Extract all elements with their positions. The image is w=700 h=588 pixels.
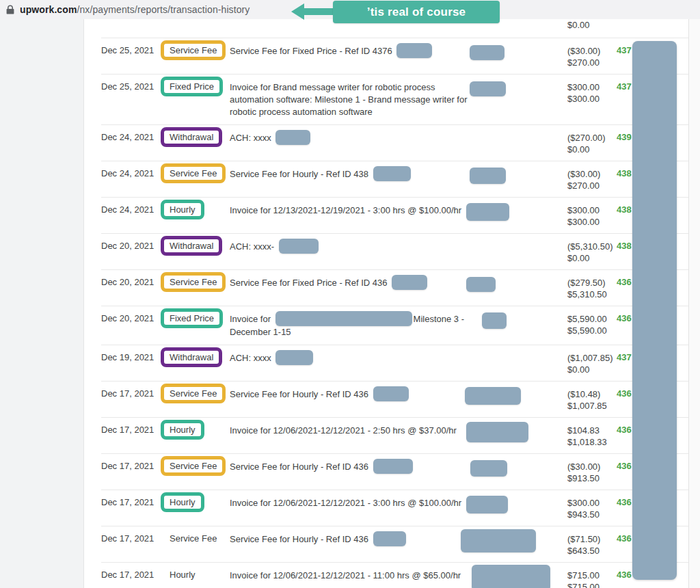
ref-id-link[interactable]: 437 <box>617 45 632 55</box>
transaction-amount-cell: ($10.48)$1,007.85 <box>567 388 607 412</box>
description-text: ACH: xxxx- <box>230 241 274 252</box>
ref-id-link[interactable]: 438 <box>617 241 632 251</box>
transaction-date: Dec 20, 2021 <box>101 313 161 323</box>
ref-id-link[interactable]: 436 <box>617 277 632 287</box>
description-redaction <box>275 130 310 145</box>
transaction-type-badge: Service Fee <box>161 456 226 476</box>
transaction-type-cell: Service Fee <box>161 533 230 544</box>
description-text: Service Fee for Hourly - Ref ID 438 <box>230 169 368 179</box>
description-redaction <box>275 311 412 326</box>
transaction-amount-cell: $300.00$300.00 <box>567 81 600 105</box>
transaction-amount-cell: ($30.00)$913.50 <box>567 461 600 484</box>
running-balance: $0.00 <box>567 252 613 264</box>
description-text: Invoice for 12/06/2021-12/12/2021 - 11:0… <box>230 570 461 580</box>
transaction-row: Dec 17, 2021HourlyInvoice for 12/06/2021… <box>101 490 688 526</box>
client-redaction <box>470 168 506 184</box>
running-balance: $0.00 <box>567 364 613 375</box>
transaction-row: Dec 17, 2021Service FeeService Fee for H… <box>101 526 688 562</box>
ref-id-link[interactable]: 436 <box>617 570 632 580</box>
ref-id-link[interactable]: 436 <box>617 533 632 544</box>
transaction-amount: ($71.50) <box>567 533 600 545</box>
lock-icon <box>6 5 14 14</box>
partial-row-balance: $0.00 <box>567 20 590 30</box>
transaction-description: ACH: xxxx- <box>230 241 473 254</box>
url-text[interactable]: upwork.com/nx/payments/reports/transacti… <box>20 4 250 15</box>
transaction-amount: ($1,007.85) <box>567 352 613 364</box>
transaction-row: Dec 19, 2021WithdrawalACH: xxxx ($1,007.… <box>101 345 688 381</box>
transaction-description: Service Fee for Hourly - Ref ID 438 <box>230 168 473 181</box>
client-redaction <box>465 387 521 405</box>
transaction-amount: $300.00 <box>567 81 600 93</box>
transaction-row: Dec 25, 2021Service FeeService Fee for F… <box>101 38 688 74</box>
url-path: /nx/payments/reports/transaction-history <box>77 4 250 15</box>
transaction-amount-cell: ($5,310.50)$0.00 <box>567 241 613 264</box>
transaction-date: Dec 25, 2021 <box>101 81 161 92</box>
description-redaction <box>396 43 432 58</box>
running-balance: $270.00 <box>567 180 600 191</box>
transaction-type-cell: Withdrawal <box>161 132 230 147</box>
ref-id-link[interactable]: 436 <box>617 425 632 435</box>
transaction-type-badge: Fixed Price <box>161 77 223 96</box>
transaction-date: Dec 25, 2021 <box>101 45 161 55</box>
description-text: Service Fee for Hourly - Ref ID 436 <box>230 389 368 399</box>
running-balance: $643.50 <box>567 545 600 557</box>
description-text: ACH: xxxx <box>230 353 271 363</box>
transaction-amount-cell: ($270.00)$0.00 <box>567 132 606 155</box>
running-balance: $5,310.50 <box>567 289 607 300</box>
description-redaction <box>373 459 413 474</box>
description-redaction <box>373 386 409 401</box>
transaction-date: Dec 17, 2021 <box>101 461 161 471</box>
ref-id-link[interactable]: 439 <box>617 132 632 142</box>
ref-id-link[interactable]: 437 <box>617 352 632 362</box>
transaction-amount-cell: $715.00$715.00 <box>567 570 600 588</box>
transaction-amount-cell: $300.00$300.00 <box>567 204 600 228</box>
ref-id-link[interactable]: 436 <box>617 461 632 471</box>
ref-id-link[interactable]: 436 <box>617 497 632 507</box>
scrollbar-track[interactable] <box>688 19 700 588</box>
transaction-type-cell: Service Fee <box>161 388 230 403</box>
transaction-date: Dec 17, 2021 <box>101 533 161 544</box>
transaction-date: Dec 20, 2021 <box>101 241 161 251</box>
transaction-date: Dec 20, 2021 <box>101 277 161 287</box>
transaction-description: Invoice for 12/13/2021-12/19/2021 - 3:00… <box>230 204 473 217</box>
transaction-type-badge: Hourly <box>161 420 204 440</box>
description-text: Service Fee for Hourly - Ref ID 436 <box>230 534 368 544</box>
description-text: Service Fee for Fixed Price - Ref ID 436 <box>230 278 387 288</box>
description-text: Invoice for 12/06/2021-12/12/2021 - 2:50… <box>230 425 457 436</box>
ref-id-link[interactable]: 436 <box>617 313 632 323</box>
transaction-type-cell: Hourly <box>161 497 230 512</box>
description-text: Invoice for <box>230 314 271 324</box>
ref-id-link[interactable]: 437 <box>617 81 632 92</box>
redaction-overlay <box>632 41 677 580</box>
running-balance: $913.50 <box>567 472 600 484</box>
transaction-type-badge: Withdrawal <box>161 347 222 367</box>
ref-id-link[interactable]: 438 <box>617 168 632 178</box>
transaction-type-badge: Fixed Price <box>161 308 223 328</box>
transaction-description: ACH: xxxx <box>230 352 473 365</box>
ref-id-link[interactable]: 438 <box>617 204 632 215</box>
left-gutter-panel <box>0 19 84 588</box>
transaction-amount: $300.00 <box>567 497 600 509</box>
running-balance: $943.50 <box>567 509 600 520</box>
description-text: Invoice for Brand message writer for rob… <box>230 82 468 117</box>
running-balance: $0.00 <box>567 144 606 155</box>
description-redaction <box>279 239 319 254</box>
annotation-arrow-icon <box>291 3 304 20</box>
running-balance: $300.00 <box>567 216 600 228</box>
transaction-description: ACH: xxxx <box>230 132 473 145</box>
description-redaction <box>275 350 313 365</box>
transaction-row: Dec 20, 2021Service FeeService Fee for F… <box>101 269 688 306</box>
url-domain: upwork.com <box>20 4 77 15</box>
transaction-type-badge: Withdrawal <box>161 236 222 256</box>
transaction-type-cell: Fixed Price <box>161 313 230 328</box>
description-text: Service Fee for Fixed Price - Ref ID 437… <box>230 46 392 56</box>
transaction-type-badge: Hourly <box>161 200 204 219</box>
transaction-type-cell: Service Fee <box>161 168 230 183</box>
running-balance: $1,018.33 <box>567 436 607 448</box>
ref-id-link[interactable]: 436 <box>617 388 632 399</box>
transaction-amount-cell: ($279.50)$5,310.50 <box>567 277 607 300</box>
client-redaction <box>470 45 504 60</box>
annotation-label: ’tis real of course <box>367 5 466 19</box>
running-balance: $1,007.85 <box>567 400 607 412</box>
transaction-type-cell: Hourly <box>161 425 230 440</box>
